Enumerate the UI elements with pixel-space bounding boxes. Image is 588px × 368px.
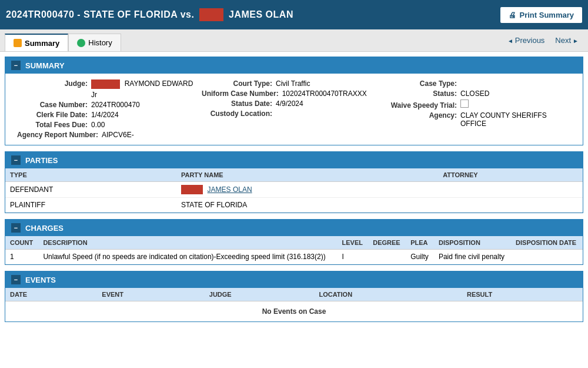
events-col-date: DATE — [5, 288, 97, 301]
judge-suffix-label — [17, 91, 88, 99]
arrow-left-icon — [507, 36, 513, 45]
summary-section-title: SUMMARY — [25, 61, 65, 70]
print-icon: 🖨 — [509, 11, 516, 19]
tab-history[interactable]: History — [68, 34, 121, 51]
defendant-redacted — [199, 8, 223, 21]
charges-col-disp-date: DISPOSITION DATE — [511, 236, 583, 250]
judge-row: Judge: RAYMOND EDWARD — [17, 79, 202, 89]
court-type: Civil Traffic — [276, 79, 310, 88]
judge-suffix: Jr — [91, 91, 97, 99]
status-row: Status: CLOSED — [386, 89, 571, 98]
case-type-row: Case Type: — [386, 79, 571, 88]
uniform-case-label: Uniform Case Number: — [202, 89, 279, 98]
status-value: CLOSED — [460, 89, 489, 98]
previous-button[interactable]: Previous — [503, 34, 549, 47]
parties-section: − PARTIES TYPE PARTY NAME ATTORNEY DEFEN… — [5, 151, 583, 213]
no-events-row: No Events on Case — [5, 301, 583, 322]
plaintiff-type: PLAINTIFF — [5, 198, 176, 213]
agency-report: AIPCV6E- — [102, 131, 134, 139]
defendant-name-link[interactable]: JAMES OLAN — [208, 185, 252, 194]
status-date-label: Status Date: — [202, 100, 272, 108]
parties-col-name: PARTY NAME — [176, 168, 438, 182]
charges-toggle-button[interactable]: − — [11, 223, 21, 233]
waive-speedy-checkbox[interactable] — [460, 100, 469, 108]
next-button[interactable]: Next — [550, 34, 583, 47]
nav-buttons: Previous Next — [503, 34, 583, 47]
charge-count: 1 — [5, 250, 38, 264]
judge-label: Judge: — [17, 79, 88, 88]
clerk-file-date-row: Clerk File Date: 1/4/2024 — [17, 111, 202, 119]
plaintiff-attorney — [438, 198, 583, 213]
total-fees: 0.00 — [91, 121, 105, 129]
waive-speedy-row: Waive Speedy Trial: — [386, 100, 571, 110]
events-header-row: DATE EVENT JUDGE LOCATION RESULT — [5, 288, 583, 301]
summary-toggle-button[interactable]: − — [11, 61, 21, 70]
print-summary-button[interactable]: 🖨 Print Summary — [500, 7, 582, 23]
page-header: 2024TR000470 - STATE OF FLORIDA vs. JAME… — [0, 0, 588, 29]
table-row: DEFENDANT JAMES OLAN — [5, 182, 583, 198]
charges-col-desc: DESCRIPTION — [38, 236, 337, 250]
summary-icon — [14, 39, 22, 47]
tabs: Summary History — [5, 29, 121, 51]
events-toggle-button[interactable]: − — [11, 275, 21, 284]
charge-disposition-date — [511, 250, 583, 264]
charges-header-row: COUNT DESCRIPTION LEVEL DEGREE PLEA DISP… — [5, 236, 583, 250]
main-content: − SUMMARY Judge: RAYMOND EDWARD — [0, 52, 588, 368]
charges-col-count: COUNT — [5, 236, 38, 250]
case-title: 2024TR000470 - STATE OF FLORIDA vs. JAME… — [6, 8, 293, 21]
parties-toggle-button[interactable]: − — [11, 155, 21, 165]
status-label: Status: — [386, 89, 457, 98]
status-date: 4/9/2024 — [276, 100, 303, 108]
print-button-label: Print Summary — [520, 11, 574, 19]
custody-location-label: Custody Location: — [202, 110, 272, 118]
tab-summary[interactable]: Summary — [5, 34, 68, 51]
agency-value: CLAY COUNTY SHERIFFSOFFICE — [460, 111, 547, 128]
summary-section: − SUMMARY Judge: RAYMOND EDWARD — [5, 57, 583, 145]
events-col-judge: JUDGE — [205, 288, 315, 301]
previous-label: Previous — [515, 36, 545, 45]
tab-history-label: History — [88, 38, 112, 47]
clerk-file-date-label: Clerk File Date: — [17, 111, 88, 119]
parties-table: TYPE PARTY NAME ATTORNEY DEFENDANT JAMES… — [5, 168, 583, 213]
charges-section-title: CHARGES — [25, 224, 64, 233]
defendant-name: JAMES OLAN — [229, 9, 293, 19]
parties-col-type: TYPE — [5, 168, 176, 182]
charges-section-header: − CHARGES — [5, 220, 583, 236]
charges-col-plea: PLEA — [406, 236, 434, 250]
defendant-name-redacted — [181, 185, 203, 194]
charges-col-disposition: DISPOSITION — [434, 236, 511, 250]
case-title-prefix: 2024TR000470 - STATE OF FLORIDA vs. — [6, 9, 194, 19]
court-type-row: Court Type: Civil Traffic — [202, 79, 386, 88]
waive-speedy-label: Waive Speedy Trial: — [386, 101, 457, 110]
total-fees-label: Total Fees Due: — [17, 121, 88, 129]
tab-bar: Summary History Previous Next — [0, 29, 588, 52]
custody-location-row: Custody Location: — [202, 110, 386, 118]
judge-value: RAYMOND EDWARD — [91, 79, 193, 89]
charge-description: Unlawful Speed (if no speeds are indicat… — [38, 250, 337, 264]
summary-col1: Judge: RAYMOND EDWARD Jr Case Number: 20… — [17, 79, 202, 139]
no-events-message: No Events on Case — [5, 301, 583, 322]
charge-degree — [368, 250, 406, 264]
judge-name: RAYMOND EDWARD — [125, 79, 193, 88]
case-type-label: Case Type: — [386, 79, 457, 88]
judge-suffix-row: Jr — [17, 91, 202, 99]
defendant-type: DEFENDANT — [5, 182, 176, 198]
parties-header-row: TYPE PARTY NAME ATTORNEY — [5, 168, 583, 182]
parties-section-header: − PARTIES — [5, 152, 583, 168]
uniform-case-row: Uniform Case Number: 102024TR000470TRAXX… — [202, 89, 386, 98]
charges-col-degree: DEGREE — [368, 236, 406, 250]
events-table: DATE EVENT JUDGE LOCATION RESULT No Even… — [5, 288, 583, 321]
charge-plea: Guilty — [406, 250, 434, 264]
defendant-attorney — [438, 182, 583, 198]
events-section-header: − EVENTS — [5, 271, 583, 288]
clerk-file-date: 1/4/2024 — [91, 111, 119, 119]
summary-grid: Judge: RAYMOND EDWARD Jr Case Number: 20… — [17, 79, 571, 139]
summary-section-header: − SUMMARY — [5, 57, 583, 74]
summary-col2: Court Type: Civil Traffic Uniform Case N… — [202, 79, 386, 139]
defendant-name-cell: JAMES OLAN — [176, 182, 438, 198]
charge-disposition: Paid fine civil penalty — [434, 250, 511, 264]
total-fees-row: Total Fees Due: 0.00 — [17, 121, 202, 129]
case-number-label: Case Number: — [17, 101, 88, 109]
parties-section-title: PARTIES — [25, 156, 58, 165]
tab-summary-label: Summary — [25, 39, 59, 48]
